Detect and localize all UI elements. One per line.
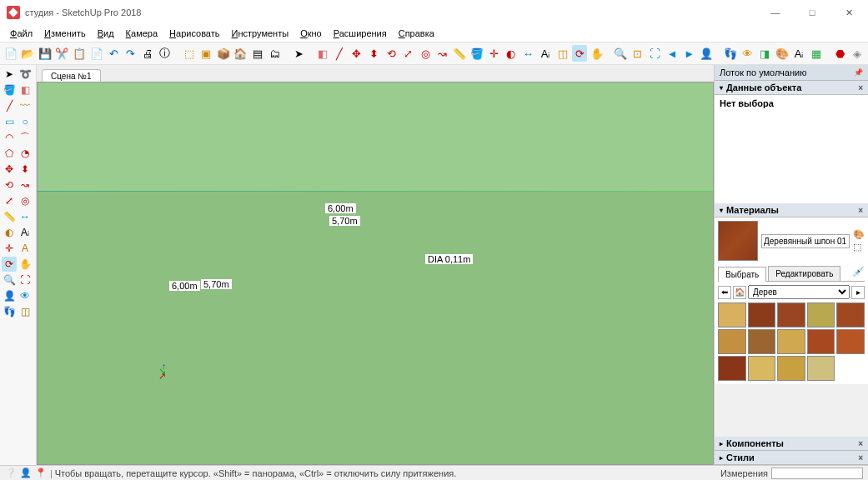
followme-tool-icon[interactable]: ↝ [18, 178, 33, 192]
minimize-button[interactable]: — [763, 8, 788, 18]
material-swatch[interactable] [836, 329, 865, 354]
style-icon[interactable]: 🎨 [775, 45, 790, 62]
close-panel-icon[interactable]: × [858, 83, 863, 92]
pan-icon[interactable]: ✋ [590, 45, 605, 62]
create-material-icon[interactable]: 🎨 [853, 229, 865, 240]
move-icon[interactable]: ✥ [349, 45, 364, 62]
orbit-tool-icon[interactable]: ⟳ [2, 257, 17, 272]
material-swatch[interactable] [748, 356, 776, 381]
material-swatch[interactable] [807, 329, 835, 354]
scale-tool-icon[interactable]: ⤢ [2, 193, 17, 208]
user-icon[interactable]: 👤 [20, 468, 32, 479]
help-icon[interactable]: ❔ [5, 468, 17, 479]
freehand-tool-icon[interactable]: 〰 [18, 98, 33, 113]
make-component-icon[interactable]: ⬚ [182, 45, 197, 62]
look-icon[interactable]: 👁 [740, 45, 755, 62]
material-swatch[interactable] [807, 302, 835, 328]
line-icon[interactable]: ╱ [333, 45, 348, 62]
3dtext-tool-icon[interactable]: A [18, 241, 33, 256]
rotate-icon[interactable]: ⟲ [384, 45, 399, 62]
material-name-input[interactable] [761, 234, 850, 248]
layers-icon[interactable]: ▤ [250, 45, 265, 62]
menu-tools[interactable]: Инструменты [227, 27, 294, 40]
back-icon[interactable]: ⬅ [718, 286, 731, 299]
section-icon[interactable]: ◫ [555, 45, 570, 62]
tape-icon[interactable]: 📏 [452, 45, 467, 62]
lasso-tool-icon[interactable]: ➰ [18, 67, 33, 82]
zoom-extents-icon[interactable]: ⛶ [648, 45, 663, 62]
entity-info-header[interactable]: Данные объекта × [715, 81, 868, 95]
zoom-window-icon[interactable]: ⊡ [630, 45, 645, 62]
material-swatch[interactable] [748, 329, 776, 354]
material-swatch[interactable] [748, 302, 776, 328]
tape-tool-icon[interactable]: 📏 [2, 209, 17, 224]
scene-tab-1[interactable]: Сцена №1 [42, 69, 101, 82]
copy-icon[interactable]: 📋 [72, 45, 87, 62]
tray-title[interactable]: Лоток по умолчанию 📌 [715, 65, 868, 81]
select-tool-icon[interactable]: ➤ [2, 67, 17, 82]
followme-icon[interactable]: ↝ [435, 45, 450, 62]
open-icon[interactable]: 📂 [21, 45, 36, 62]
polygon-tool-icon[interactable]: ⬠ [2, 146, 17, 161]
circle-tool-icon[interactable]: ○ [18, 114, 33, 129]
material-swatch[interactable] [807, 356, 835, 381]
rotate-tool-icon[interactable]: ⟲ [2, 178, 17, 192]
materials-edit-tab[interactable]: Редактировать [768, 266, 840, 281]
walk-icon[interactable]: 👣 [723, 45, 738, 62]
material-swatch[interactable] [718, 302, 746, 328]
menu-draw[interactable]: Нарисовать [164, 27, 224, 40]
axes-icon[interactable]: ✛ [487, 45, 502, 62]
close-panel-icon[interactable]: × [858, 206, 863, 215]
material-swatch[interactable] [836, 302, 865, 328]
details-icon[interactable]: ▸ [851, 286, 865, 299]
material-swatch[interactable] [777, 356, 805, 381]
dimension-tool-icon[interactable]: ↔ [18, 209, 33, 224]
close-panel-icon[interactable]: × [858, 453, 863, 462]
redo-icon[interactable]: ↷ [123, 45, 138, 62]
materials-select-tab[interactable]: Выбрать [718, 267, 766, 282]
text-tool-icon[interactable]: Aᵢ [18, 225, 33, 240]
zoom-extents-tool-icon[interactable]: ⛶ [18, 272, 33, 288]
pan-tool-icon[interactable]: ✋ [18, 257, 33, 272]
pushpull-icon[interactable]: ⬍ [367, 45, 382, 62]
protractor-icon[interactable]: ◐ [504, 45, 519, 62]
offset-tool-icon[interactable]: ◎ [18, 193, 33, 208]
eyedropper-icon[interactable]: 💉 [852, 266, 865, 281]
scale-icon[interactable]: ⤢ [401, 45, 416, 62]
position-camera-tool-icon[interactable]: 👤 [2, 288, 17, 303]
look-tool-icon[interactable]: 👁 [18, 288, 33, 303]
paint-icon[interactable]: 🪣 [469, 45, 484, 62]
line-tool-icon[interactable]: ╱ [2, 98, 17, 113]
model-info-icon[interactable]: ⓘ [158, 45, 173, 62]
arc-tool-icon[interactable]: ◠ [2, 130, 17, 145]
dimension-icon[interactable]: ↔ [521, 45, 536, 62]
zoom-tool-icon[interactable]: 🔍 [2, 272, 17, 288]
section-plane-icon[interactable]: ◨ [757, 45, 772, 62]
house-icon[interactable]: 🏠 [233, 45, 248, 62]
geo-icon[interactable]: 📍 [35, 468, 47, 479]
pin-icon[interactable]: 📌 [854, 68, 863, 77]
viewport[interactable]: 6,00m 5,70m 6,00m 5,70m DIA 0,11m ↗↘↑ [37, 82, 714, 465]
offset-icon[interactable]: ◎ [418, 45, 433, 62]
material-swatch[interactable] [777, 302, 805, 328]
material-swatch[interactable] [777, 329, 805, 354]
components-header[interactable]: Компоненты × [715, 437, 868, 451]
measurements-input[interactable] [771, 468, 863, 479]
materials-header[interactable]: Материалы × [715, 203, 868, 218]
menu-camera[interactable]: Камера [121, 27, 163, 40]
zoom-icon[interactable]: 🔍 [614, 45, 629, 62]
material-swatch[interactable] [718, 356, 746, 381]
pushpull-tool-icon[interactable]: ⬍ [18, 162, 33, 177]
home-icon[interactable]: 🏠 [733, 286, 746, 299]
plugin-icon[interactable]: ⬣ [833, 45, 848, 62]
menu-file[interactable]: Файл [5, 27, 38, 40]
paste-icon[interactable]: 📄 [89, 45, 104, 62]
menu-extensions[interactable]: Расширения [329, 27, 392, 40]
material-swatch[interactable] [718, 329, 746, 354]
component-icon[interactable]: 📦 [216, 45, 231, 62]
rect-tool-icon[interactable]: ▭ [2, 114, 17, 129]
move-tool-icon[interactable]: ✥ [2, 162, 17, 177]
orbit-icon[interactable]: ⟳ [572, 45, 587, 62]
select-icon[interactable]: ➤ [291, 45, 306, 62]
make-group-icon[interactable]: ▣ [198, 45, 213, 62]
